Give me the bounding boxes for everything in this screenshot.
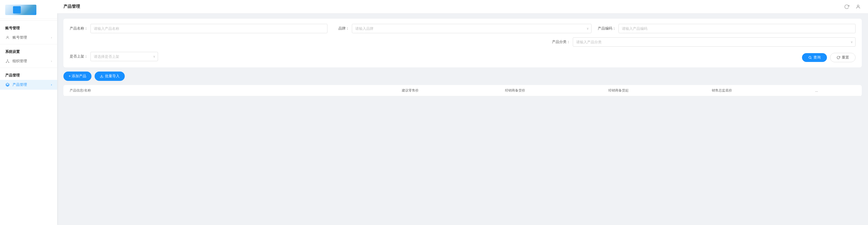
filter-product-name: 产品名称：: [70, 24, 328, 33]
sidebar-item-label-product: 产品管理: [12, 82, 48, 87]
section-title-account: 账号管理: [0, 22, 57, 33]
col-header-more: ...: [813, 89, 858, 92]
page-content: 产品名称： 品牌： 请输入品牌 产品编码：: [57, 13, 868, 225]
batch-import-label: 批量导入: [105, 74, 120, 79]
table-toolbar: + 添加产品 批量导入: [63, 72, 862, 81]
add-product-button[interactable]: + 添加产品: [63, 72, 91, 81]
product-code-label: 产品编码：: [598, 26, 616, 31]
filter-product-category: 产品分类： 请输入产品分类: [552, 37, 856, 47]
batch-import-button[interactable]: 批量导入: [95, 72, 125, 81]
svg-point-3: [8, 62, 9, 63]
logo-image: [5, 5, 36, 15]
col-header-dealer-stock-min: 经销商备货起: [606, 88, 708, 93]
section-title-product: 产品管理: [0, 70, 57, 80]
filter-brand: 品牌： 请输入品牌: [334, 24, 591, 33]
filter-row-2: 产品分类： 请输入产品分类: [70, 37, 856, 47]
filter-panel: 产品名称： 品牌： 请输入品牌 产品编码：: [63, 18, 862, 67]
header-actions: [843, 3, 862, 10]
chevron-right-icon: ›: [51, 36, 52, 39]
is-listed-label: 是否上架：: [70, 54, 88, 59]
product-name-label: 产品名称：: [70, 26, 88, 31]
sidebar-item-label-org: 组织管理: [12, 59, 48, 64]
col-header-retail-price: 建议零售价: [400, 88, 501, 93]
svg-point-2: [6, 62, 7, 63]
sidebar: 账号管理 账号管理 › 系统设置 组织管理 › 产品管理: [0, 0, 57, 225]
filter-is-listed: 是否上架： 请选择是否上架 是 否: [70, 52, 158, 61]
brand-label: 品牌：: [334, 26, 349, 31]
query-button[interactable]: 查询: [802, 53, 827, 62]
sidebar-divider-1: [0, 21, 57, 21]
sidebar-item-label-account: 账号管理: [12, 35, 48, 40]
sidebar-item-account-management[interactable]: 账号管理 ›: [0, 33, 57, 42]
section-title-system: 系统设置: [0, 46, 57, 56]
add-product-label: + 添加产品: [69, 74, 86, 79]
sidebar-item-product-management[interactable]: 产品管理 ›: [0, 80, 57, 90]
product-category-label: 产品分类：: [552, 40, 570, 44]
is-listed-select[interactable]: 请选择是否上架 是 否: [90, 52, 158, 61]
org-icon: [5, 59, 10, 64]
table-panel: 产品信息/名称 建议零售价 经销商备货价 经销商备货起 销售总监底价 ...: [63, 85, 862, 96]
sidebar-divider-2: [0, 44, 57, 44]
svg-point-1: [7, 60, 8, 61]
layers-icon: [5, 82, 10, 87]
import-icon: [100, 74, 103, 78]
product-name-input[interactable]: [90, 24, 328, 33]
search-icon: [808, 56, 812, 59]
table-header-row: 产品信息/名称 建议零售价 经销商备货价 经销商备货起 销售总监底价 ...: [63, 85, 862, 96]
filter-product-code: 产品编码：: [598, 24, 856, 33]
chevron-right-icon-3: ›: [51, 83, 52, 86]
reset-button-label: 重置: [842, 55, 849, 60]
sidebar-divider-3: [0, 68, 57, 68]
product-category-select[interactable]: 请输入产品分类: [573, 37, 856, 47]
user-icon[interactable]: [855, 3, 862, 10]
sidebar-item-org-management[interactable]: 组织管理 ›: [0, 56, 57, 66]
col-header-sales-director-price: 销售总监底价: [710, 88, 811, 93]
col-header-product-info: 产品信息/名称: [68, 88, 234, 93]
product-code-input[interactable]: [619, 24, 856, 33]
svg-point-0: [7, 36, 8, 38]
svg-point-6: [809, 56, 811, 58]
is-listed-select-wrapper: 请选择是否上架 是 否: [90, 52, 158, 61]
col-header-dealer-stock-price: 经销商备货价: [503, 88, 604, 93]
sidebar-logo: [0, 0, 57, 19]
person-icon: [5, 35, 10, 40]
filter-row-1: 产品名称： 品牌： 请输入品牌 产品编码：: [70, 24, 856, 33]
chevron-right-icon-2: ›: [51, 59, 52, 63]
product-category-select-wrapper: 请输入产品分类: [573, 37, 856, 47]
page-header: 产品管理: [57, 0, 868, 13]
reset-icon: [837, 56, 840, 59]
filter-actions: 查询 重置: [802, 53, 856, 62]
filter-row-3: 是否上架： 请选择是否上架 是 否: [70, 51, 856, 62]
brand-select[interactable]: 请输入品牌: [352, 24, 591, 33]
main-area: 产品管理 产品名称：: [57, 0, 868, 225]
refresh-icon[interactable]: [843, 3, 850, 10]
brand-select-wrapper: 请输入品牌: [352, 24, 591, 33]
page-title: 产品管理: [63, 4, 80, 9]
svg-point-5: [857, 5, 859, 7]
query-button-label: 查询: [813, 55, 821, 60]
reset-button[interactable]: 重置: [830, 53, 856, 62]
